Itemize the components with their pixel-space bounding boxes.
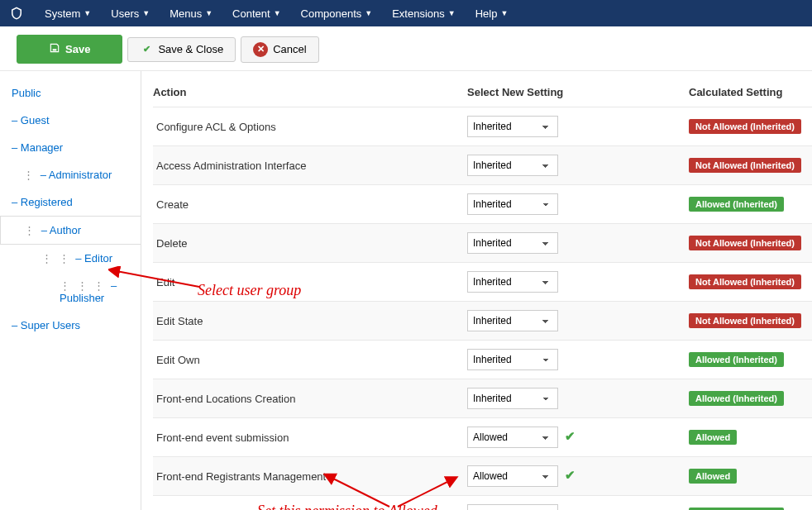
- nav-content[interactable]: Content▼: [222, 0, 290, 26]
- nav-label: Extensions: [392, 7, 445, 20]
- permission-action: Configure ACL & Options: [153, 121, 467, 133]
- permission-select[interactable]: Inherited: [467, 310, 558, 331]
- calculated-badge: Allowed (Inherited): [689, 391, 784, 406]
- group-label: – Guest: [12, 114, 50, 126]
- permission-row: Front-end Registrants ManagementAllowed✔…: [153, 456, 812, 495]
- permission-row: EditInheritedNot Allowed (Inherited): [153, 262, 812, 301]
- cancel-label: Cancel: [273, 43, 306, 55]
- group-label: – Author: [41, 224, 81, 236]
- group-label: – Editor: [75, 252, 112, 265]
- caret-down-icon: ▼: [500, 9, 508, 17]
- calculated-badge: Allowed (Inherited): [689, 197, 784, 212]
- permission-row: CreateInheritedAllowed (Inherited): [153, 184, 812, 223]
- calculated-badge: Not Allowed (Inherited): [689, 236, 801, 250]
- permission-row: Edit OwnInheritedAllowed (Inherited): [153, 340, 812, 379]
- nav-extensions[interactable]: Extensions▼: [382, 0, 466, 26]
- top-navbar: System▼Users▼Menus▼Content▼Components▼Ex…: [0, 0, 812, 26]
- permission-action: Edit: [153, 276, 467, 288]
- check-icon: ✔: [565, 468, 576, 482]
- save-icon: [49, 42, 60, 56]
- permission-action: Edit Own: [153, 354, 467, 366]
- save-close-button[interactable]: ✔ Save & Close: [127, 37, 236, 62]
- nav-label: System: [45, 7, 80, 20]
- nav-components[interactable]: Components▼: [291, 0, 383, 26]
- sidebar-group-guest[interactable]: – Guest: [0, 107, 141, 134]
- nav-label: Users: [111, 7, 139, 20]
- cancel-button[interactable]: ✕ Cancel: [241, 36, 318, 63]
- permission-select[interactable]: Allowed: [467, 427, 558, 448]
- permission-select[interactable]: Inherited: [467, 271, 558, 293]
- group-label: – Manager: [12, 141, 63, 154]
- sidebar-group-editor[interactable]: ⋮ ⋮ – Editor: [0, 245, 141, 272]
- permission-select[interactable]: Inherited: [467, 388, 558, 409]
- joomla-logo-icon: [8, 5, 25, 21]
- permission-select[interactable]: Inherited: [467, 193, 558, 215]
- save-button[interactable]: Save: [17, 35, 122, 64]
- nav-users[interactable]: Users▼: [101, 0, 160, 26]
- check-icon: ✔: [565, 429, 576, 443]
- group-label: – Super Users: [12, 319, 80, 331]
- permission-action: Access Administration Interface: [153, 160, 467, 172]
- check-icon: ✔: [140, 43, 153, 56]
- nav-label: Help: [475, 7, 498, 20]
- nav-label: Content: [232, 7, 270, 20]
- permission-action: Delete: [153, 237, 467, 250]
- sidebar-group-registered[interactable]: – Registered: [0, 188, 141, 216]
- nav-label: Components: [301, 7, 362, 20]
- sidebar-group-manager[interactable]: – Manager: [0, 134, 141, 161]
- action-toolbar: Save ✔ Save & Close ✕ Cancel: [0, 26, 812, 71]
- permission-select[interactable]: Inherited: [467, 116, 558, 137]
- nav-label: Menus: [170, 7, 202, 20]
- permissions-panel: Action Select New Setting Calculated Set…: [141, 71, 812, 510]
- permission-select[interactable]: Inherited: [467, 504, 558, 510]
- caret-down-icon: ▼: [448, 9, 456, 17]
- caret-down-icon: ▼: [142, 9, 150, 17]
- group-label: Public: [12, 87, 41, 99]
- header-setting: Select New Setting: [467, 86, 689, 98]
- user-group-sidebar: Public– Guest– Manager⋮ – Administrator–…: [0, 71, 141, 510]
- group-label: – Administrator: [41, 169, 112, 181]
- calculated-badge: Allowed: [689, 469, 737, 484]
- sidebar-group-super-users[interactable]: – Super Users: [0, 312, 141, 339]
- permission-row: Edit StateInheritedNot Allowed (Inherite…: [153, 301, 812, 340]
- sidebar-group-author[interactable]: ⋮ – Author: [0, 216, 141, 245]
- permission-row: Configure ACL & OptionsInheritedNot Allo…: [153, 107, 812, 145]
- sidebar-group-publisher[interactable]: ⋮ ⋮ ⋮ – Publisher: [0, 272, 141, 312]
- permission-action: Front-end event submission: [153, 431, 467, 444]
- permission-row: View Registrants ListInheritedAllowed (I…: [153, 495, 812, 510]
- calculated-badge: Allowed (Inherited): [689, 352, 784, 367]
- caret-down-icon: ▼: [365, 9, 372, 17]
- permission-action: Create: [153, 198, 467, 211]
- permission-row: DeleteInheritedNot Allowed (Inherited): [153, 223, 812, 262]
- cancel-icon: ✕: [253, 42, 268, 57]
- calculated-badge: Allowed: [689, 430, 737, 445]
- calculated-badge: Not Allowed (Inherited): [689, 313, 801, 328]
- permission-action: Front-end Locations Creation: [153, 393, 467, 405]
- nav-system[interactable]: System▼: [35, 0, 101, 26]
- header-action: Action: [153, 86, 467, 98]
- save-label: Save: [65, 43, 90, 55]
- caret-down-icon: ▼: [205, 9, 213, 17]
- calculated-badge: Not Allowed (Inherited): [689, 274, 801, 289]
- permission-action: Front-end Registrants Management: [153, 470, 467, 483]
- group-label: – Registered: [12, 196, 73, 208]
- permission-row: Front-end event submissionAllowed✔Allowe…: [153, 417, 812, 456]
- permission-select[interactable]: Inherited: [467, 155, 558, 176]
- header-calc: Calculated Setting: [689, 86, 812, 98]
- caret-down-icon: ▼: [84, 9, 91, 17]
- permission-row: Access Administration InterfaceInherited…: [153, 145, 812, 184]
- permission-select[interactable]: Inherited: [467, 232, 558, 254]
- save-close-label: Save & Close: [158, 43, 223, 55]
- permission-select[interactable]: Allowed: [467, 465, 558, 487]
- permission-select[interactable]: Inherited: [467, 349, 558, 370]
- nav-menus[interactable]: Menus▼: [160, 0, 222, 26]
- calculated-badge: Not Allowed (Inherited): [689, 158, 801, 173]
- nav-help[interactable]: Help▼: [466, 0, 518, 26]
- permission-row: Front-end Locations CreationInheritedAll…: [153, 379, 812, 417]
- permission-action: Edit State: [153, 315, 467, 327]
- sidebar-group-administrator[interactable]: ⋮ – Administrator: [0, 161, 141, 188]
- calculated-badge: Not Allowed (Inherited): [689, 119, 801, 134]
- caret-down-icon: ▼: [274, 9, 281, 17]
- sidebar-group-public[interactable]: Public: [0, 79, 141, 107]
